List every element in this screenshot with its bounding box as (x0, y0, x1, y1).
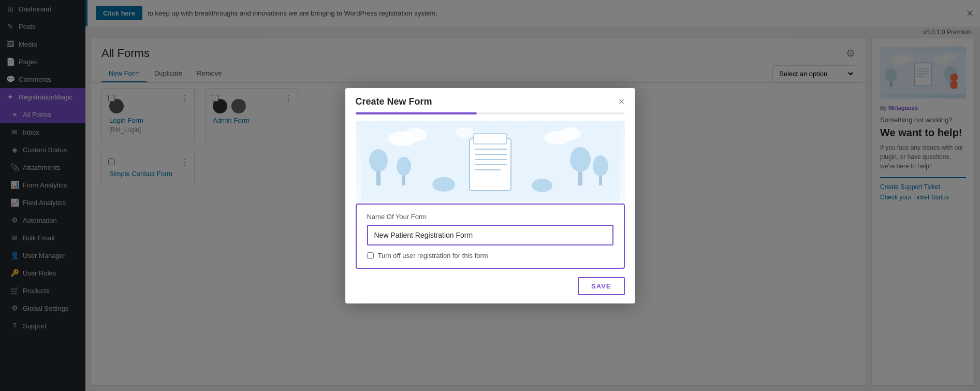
svg-point-18 (404, 128, 427, 141)
modal-illustration (356, 121, 625, 204)
svg-point-20 (560, 127, 581, 140)
create-form-modal: Create New Form × (345, 88, 635, 303)
svg-point-38 (532, 179, 552, 192)
turnoff-registration-label: Turn off user registration for this form (378, 252, 488, 259)
modal-illustration-svg (361, 123, 620, 201)
modal-overlay[interactable]: Create New Form × (0, 0, 980, 391)
modal-progress-bar (356, 112, 625, 114)
modal-header: Create New Form × (345, 88, 635, 107)
svg-rect-31 (474, 134, 507, 144)
form-name-input[interactable] (367, 225, 613, 245)
modal-close-button[interactable]: × (619, 96, 625, 107)
modal-title: Create New Form (356, 96, 432, 107)
turnoff-registration-checkbox[interactable] (367, 252, 374, 259)
svg-point-21 (455, 127, 474, 138)
modal-body: Name Of Your Form Turn off user registra… (356, 204, 625, 269)
save-button[interactable]: SAVE (578, 277, 624, 295)
modal-field-label: Name Of Your Form (367, 213, 613, 221)
svg-point-37 (432, 177, 455, 192)
modal-footer: SAVE (345, 269, 635, 303)
svg-point-23 (369, 149, 388, 172)
svg-point-25 (397, 157, 411, 176)
modal-progress-fill (356, 112, 477, 114)
svg-point-29 (593, 155, 608, 176)
svg-point-27 (570, 147, 591, 172)
modal-checkbox-row: Turn off user registration for this form (367, 252, 613, 259)
